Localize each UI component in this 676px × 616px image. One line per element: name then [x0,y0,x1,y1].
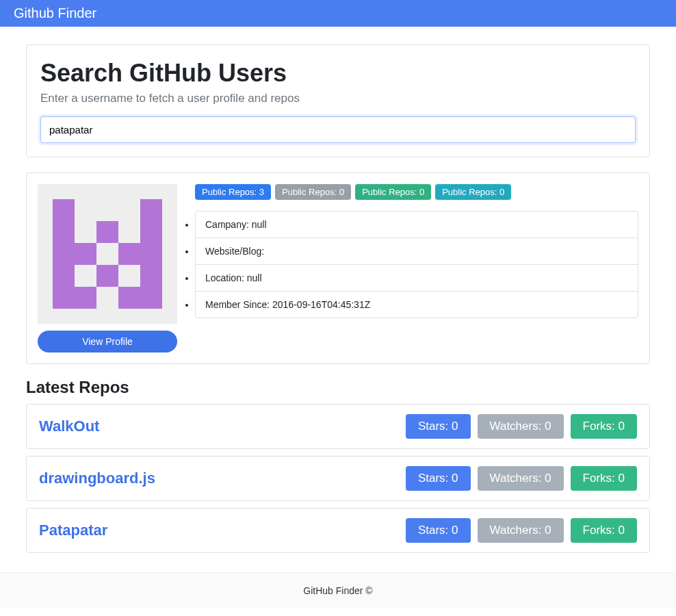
svg-rect-9 [140,287,162,309]
repo-forks-badge: Forks: 0 [571,466,637,491]
footer-text: GitHub Finder © [303,585,372,596]
avatar [38,184,177,324]
repo-watchers-badge: Watchers: 0 [478,518,564,543]
repo-card: Patapatar Stars: 0 Watchers: 0 Forks: 0 [26,508,650,553]
search-title: Search GitHub Users [40,59,636,88]
profile-card: View Profile Public Repos: 3 Public Repo… [26,172,650,364]
repo-link[interactable]: drawingboard.js [39,470,155,487]
view-profile-button[interactable]: View Profile [38,331,177,352]
profile-badges: Public Repos: 3 Public Repos: 0 Public R… [195,184,638,200]
latest-repos-heading: Latest Repos [26,378,650,397]
badge-public-repos: Public Repos: 3 [195,184,271,200]
search-card: Search GitHub Users Enter a username to … [26,44,650,157]
svg-rect-7 [75,287,96,309]
repo-forks-badge: Forks: 0 [571,414,637,439]
detail-company: Campany: null [196,211,638,238]
repo-link[interactable]: Patapatar [39,522,107,539]
identicon-icon [53,199,162,309]
repo-card: drawingboard.js Stars: 0 Watchers: 0 For… [26,456,650,501]
svg-rect-5 [96,265,118,287]
svg-rect-4 [118,243,140,265]
repo-watchers-badge: Watchers: 0 [478,466,564,491]
footer: GitHub Finder © [0,572,676,608]
svg-rect-6 [53,287,75,309]
navbar: Github Finder [0,0,676,27]
detail-location: Location: null [196,265,638,292]
repo-card: WalkOut Stars: 0 Watchers: 0 Forks: 0 [26,404,650,449]
detail-member-since: Member Since: 2016-09-16T04:45:31Z [196,292,638,318]
badge-stat-4: Public Repos: 0 [435,184,511,200]
svg-rect-1 [140,199,162,287]
repo-forks-badge: Forks: 0 [571,518,637,543]
svg-rect-0 [53,199,75,287]
repo-stars-badge: Stars: 0 [406,518,471,543]
search-lead: Enter a username to fetch a user profile… [40,92,636,105]
detail-website: Website/Blog: [196,238,638,265]
svg-rect-3 [75,243,96,265]
badge-stat-3: Public Repos: 0 [355,184,431,200]
svg-rect-2 [96,221,118,243]
badge-stat-2: Public Repos: 0 [275,184,351,200]
repo-watchers-badge: Watchers: 0 [478,414,564,439]
repo-link[interactable]: WalkOut [39,418,99,435]
search-input[interactable] [40,116,636,143]
navbar-brand[interactable]: Github Finder [14,5,96,21]
repo-stars-badge: Stars: 0 [406,414,471,439]
svg-rect-8 [118,287,140,309]
profile-details-list: Campany: null Website/Blog: Location: nu… [195,211,638,318]
repo-stars-badge: Stars: 0 [406,466,471,491]
